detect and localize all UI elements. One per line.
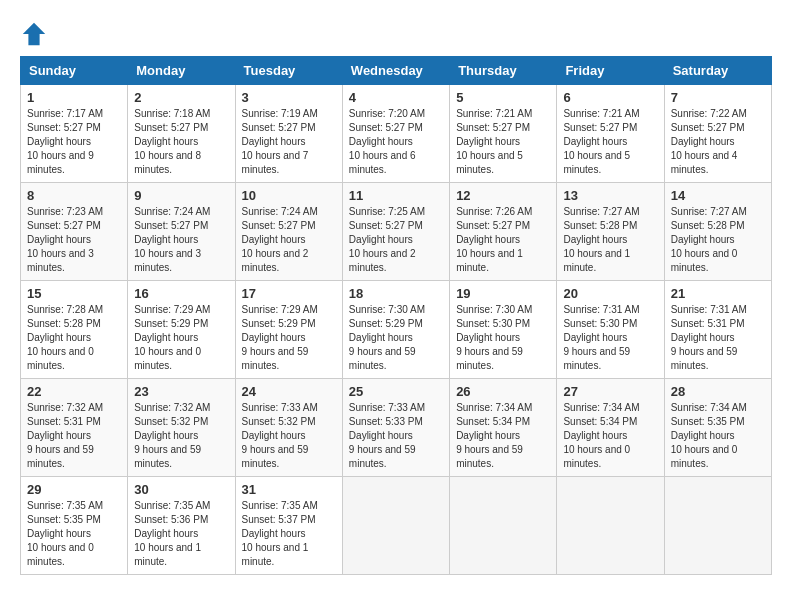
day-number: 13 (563, 188, 657, 203)
day-number: 31 (242, 482, 336, 497)
day-number: 18 (349, 286, 443, 301)
calendar-cell: 2 Sunrise: 7:18 AM Sunset: 5:27 PM Dayli… (128, 85, 235, 183)
day-number: 20 (563, 286, 657, 301)
day-number: 10 (242, 188, 336, 203)
calendar-cell: 25 Sunrise: 7:33 AM Sunset: 5:33 PM Dayl… (342, 379, 449, 477)
calendar-header-row: SundayMondayTuesdayWednesdayThursdayFrid… (21, 57, 772, 85)
day-info: Sunrise: 7:27 AM Sunset: 5:28 PM Dayligh… (563, 205, 657, 275)
calendar-cell: 6 Sunrise: 7:21 AM Sunset: 5:27 PM Dayli… (557, 85, 664, 183)
column-header-monday: Monday (128, 57, 235, 85)
day-number: 22 (27, 384, 121, 399)
calendar-cell: 8 Sunrise: 7:23 AM Sunset: 5:27 PM Dayli… (21, 183, 128, 281)
calendar-cell (450, 477, 557, 575)
logo (20, 20, 52, 48)
day-info: Sunrise: 7:30 AM Sunset: 5:30 PM Dayligh… (456, 303, 550, 373)
calendar-cell: 14 Sunrise: 7:27 AM Sunset: 5:28 PM Dayl… (664, 183, 771, 281)
calendar-cell: 21 Sunrise: 7:31 AM Sunset: 5:31 PM Dayl… (664, 281, 771, 379)
day-info: Sunrise: 7:21 AM Sunset: 5:27 PM Dayligh… (456, 107, 550, 177)
day-info: Sunrise: 7:35 AM Sunset: 5:36 PM Dayligh… (134, 499, 228, 569)
day-info: Sunrise: 7:31 AM Sunset: 5:30 PM Dayligh… (563, 303, 657, 373)
day-number: 2 (134, 90, 228, 105)
calendar-week-5: 29 Sunrise: 7:35 AM Sunset: 5:35 PM Dayl… (21, 477, 772, 575)
calendar-week-3: 15 Sunrise: 7:28 AM Sunset: 5:28 PM Dayl… (21, 281, 772, 379)
day-info: Sunrise: 7:34 AM Sunset: 5:35 PM Dayligh… (671, 401, 765, 471)
calendar-cell: 16 Sunrise: 7:29 AM Sunset: 5:29 PM Dayl… (128, 281, 235, 379)
calendar-cell (664, 477, 771, 575)
day-info: Sunrise: 7:29 AM Sunset: 5:29 PM Dayligh… (242, 303, 336, 373)
calendar-week-1: 1 Sunrise: 7:17 AM Sunset: 5:27 PM Dayli… (21, 85, 772, 183)
calendar-week-2: 8 Sunrise: 7:23 AM Sunset: 5:27 PM Dayli… (21, 183, 772, 281)
day-number: 29 (27, 482, 121, 497)
day-number: 23 (134, 384, 228, 399)
day-info: Sunrise: 7:35 AM Sunset: 5:37 PM Dayligh… (242, 499, 336, 569)
calendar-cell: 17 Sunrise: 7:29 AM Sunset: 5:29 PM Dayl… (235, 281, 342, 379)
day-number: 9 (134, 188, 228, 203)
column-header-saturday: Saturday (664, 57, 771, 85)
calendar-cell: 7 Sunrise: 7:22 AM Sunset: 5:27 PM Dayli… (664, 85, 771, 183)
day-info: Sunrise: 7:27 AM Sunset: 5:28 PM Dayligh… (671, 205, 765, 275)
column-header-sunday: Sunday (21, 57, 128, 85)
calendar-cell: 12 Sunrise: 7:26 AM Sunset: 5:27 PM Dayl… (450, 183, 557, 281)
day-number: 25 (349, 384, 443, 399)
day-number: 30 (134, 482, 228, 497)
calendar-cell: 13 Sunrise: 7:27 AM Sunset: 5:28 PM Dayl… (557, 183, 664, 281)
calendar-cell: 11 Sunrise: 7:25 AM Sunset: 5:27 PM Dayl… (342, 183, 449, 281)
calendar-cell: 27 Sunrise: 7:34 AM Sunset: 5:34 PM Dayl… (557, 379, 664, 477)
logo-icon (20, 20, 48, 48)
day-info: Sunrise: 7:20 AM Sunset: 5:27 PM Dayligh… (349, 107, 443, 177)
page-header (20, 20, 772, 48)
calendar-cell: 18 Sunrise: 7:30 AM Sunset: 5:29 PM Dayl… (342, 281, 449, 379)
day-number: 21 (671, 286, 765, 301)
calendar-cell: 1 Sunrise: 7:17 AM Sunset: 5:27 PM Dayli… (21, 85, 128, 183)
calendar-cell: 10 Sunrise: 7:24 AM Sunset: 5:27 PM Dayl… (235, 183, 342, 281)
calendar: SundayMondayTuesdayWednesdayThursdayFrid… (20, 56, 772, 575)
day-info: Sunrise: 7:22 AM Sunset: 5:27 PM Dayligh… (671, 107, 765, 177)
day-info: Sunrise: 7:33 AM Sunset: 5:32 PM Dayligh… (242, 401, 336, 471)
day-number: 28 (671, 384, 765, 399)
day-info: Sunrise: 7:29 AM Sunset: 5:29 PM Dayligh… (134, 303, 228, 373)
day-info: Sunrise: 7:35 AM Sunset: 5:35 PM Dayligh… (27, 499, 121, 569)
calendar-cell: 4 Sunrise: 7:20 AM Sunset: 5:27 PM Dayli… (342, 85, 449, 183)
calendar-cell: 29 Sunrise: 7:35 AM Sunset: 5:35 PM Dayl… (21, 477, 128, 575)
calendar-cell: 30 Sunrise: 7:35 AM Sunset: 5:36 PM Dayl… (128, 477, 235, 575)
column-header-tuesday: Tuesday (235, 57, 342, 85)
day-number: 27 (563, 384, 657, 399)
calendar-cell: 26 Sunrise: 7:34 AM Sunset: 5:34 PM Dayl… (450, 379, 557, 477)
column-header-thursday: Thursday (450, 57, 557, 85)
day-info: Sunrise: 7:17 AM Sunset: 5:27 PM Dayligh… (27, 107, 121, 177)
day-number: 24 (242, 384, 336, 399)
day-info: Sunrise: 7:33 AM Sunset: 5:33 PM Dayligh… (349, 401, 443, 471)
calendar-cell: 22 Sunrise: 7:32 AM Sunset: 5:31 PM Dayl… (21, 379, 128, 477)
day-info: Sunrise: 7:28 AM Sunset: 5:28 PM Dayligh… (27, 303, 121, 373)
calendar-cell: 19 Sunrise: 7:30 AM Sunset: 5:30 PM Dayl… (450, 281, 557, 379)
day-info: Sunrise: 7:21 AM Sunset: 5:27 PM Dayligh… (563, 107, 657, 177)
calendar-cell: 31 Sunrise: 7:35 AM Sunset: 5:37 PM Dayl… (235, 477, 342, 575)
calendar-cell: 20 Sunrise: 7:31 AM Sunset: 5:30 PM Dayl… (557, 281, 664, 379)
day-number: 15 (27, 286, 121, 301)
day-number: 4 (349, 90, 443, 105)
day-info: Sunrise: 7:26 AM Sunset: 5:27 PM Dayligh… (456, 205, 550, 275)
day-info: Sunrise: 7:23 AM Sunset: 5:27 PM Dayligh… (27, 205, 121, 275)
day-number: 16 (134, 286, 228, 301)
day-number: 14 (671, 188, 765, 203)
day-info: Sunrise: 7:18 AM Sunset: 5:27 PM Dayligh… (134, 107, 228, 177)
day-number: 8 (27, 188, 121, 203)
calendar-cell: 9 Sunrise: 7:24 AM Sunset: 5:27 PM Dayli… (128, 183, 235, 281)
svg-marker-0 (23, 23, 45, 45)
calendar-cell: 23 Sunrise: 7:32 AM Sunset: 5:32 PM Dayl… (128, 379, 235, 477)
calendar-cell: 3 Sunrise: 7:19 AM Sunset: 5:27 PM Dayli… (235, 85, 342, 183)
day-info: Sunrise: 7:31 AM Sunset: 5:31 PM Dayligh… (671, 303, 765, 373)
day-info: Sunrise: 7:34 AM Sunset: 5:34 PM Dayligh… (456, 401, 550, 471)
day-number: 5 (456, 90, 550, 105)
column-header-wednesday: Wednesday (342, 57, 449, 85)
calendar-cell: 5 Sunrise: 7:21 AM Sunset: 5:27 PM Dayli… (450, 85, 557, 183)
day-info: Sunrise: 7:25 AM Sunset: 5:27 PM Dayligh… (349, 205, 443, 275)
day-number: 19 (456, 286, 550, 301)
column-header-friday: Friday (557, 57, 664, 85)
day-info: Sunrise: 7:32 AM Sunset: 5:31 PM Dayligh… (27, 401, 121, 471)
calendar-cell: 24 Sunrise: 7:33 AM Sunset: 5:32 PM Dayl… (235, 379, 342, 477)
day-number: 3 (242, 90, 336, 105)
day-number: 7 (671, 90, 765, 105)
day-info: Sunrise: 7:19 AM Sunset: 5:27 PM Dayligh… (242, 107, 336, 177)
day-number: 6 (563, 90, 657, 105)
